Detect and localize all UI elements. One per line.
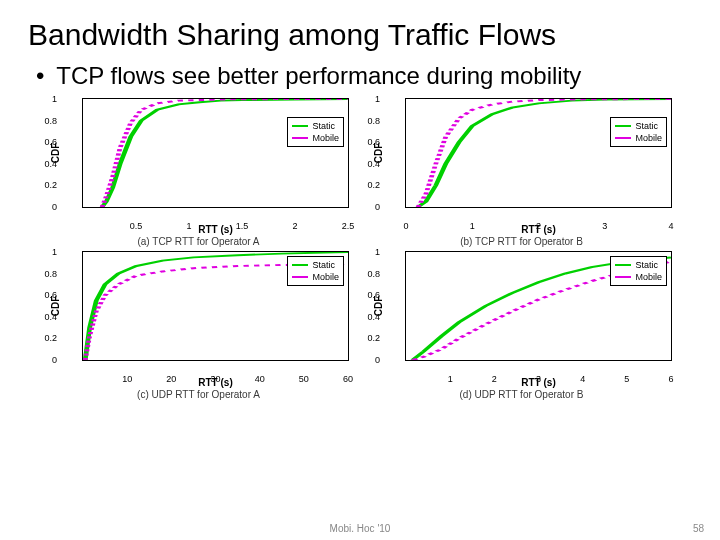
y-tick: 0 [356, 355, 380, 365]
x-tick: 4 [668, 221, 673, 231]
bullet-text: TCP flows see better performance during … [56, 62, 581, 89]
y-tick: 0 [356, 202, 380, 212]
chart-plot-a [83, 99, 348, 207]
x-tick: 60 [343, 374, 353, 384]
y-tick: 0.4 [356, 312, 380, 322]
y-tick: 0.6 [33, 290, 57, 300]
caption-a: (a) TCP RTT for Operator A [42, 236, 355, 247]
slide-title: Bandwidth Sharing among Traffic Flows [0, 0, 720, 62]
chart-panel-d: Static Mobile CDF RTT (s) 00.20.40.60.81… [365, 251, 678, 400]
caption-c: (c) UDP RTT for Operator A [42, 389, 355, 400]
caption-b: (b) TCP RTT for Operator B [365, 236, 678, 247]
chart-panel-a: Static Mobile CDF RTT (s) 00.20.40.60.81… [42, 98, 355, 247]
chart-panel-b: Static Mobile CDF RTT (s) 00.20.40.60.81… [365, 98, 678, 247]
y-tick: 0.2 [33, 180, 57, 190]
legend-static: Static [635, 259, 658, 271]
x-tick: 40 [255, 374, 265, 384]
legend-static: Static [312, 120, 335, 132]
y-tick: 0 [33, 355, 57, 365]
x-tick: 6 [668, 374, 673, 384]
legend-static: Static [635, 120, 658, 132]
x-tick: 4 [580, 374, 585, 384]
y-tick: 0.4 [33, 159, 57, 169]
y-tick: 1 [33, 247, 57, 257]
x-tick: 3 [536, 374, 541, 384]
legend-mobile: Mobile [312, 271, 339, 283]
legend-c: Static Mobile [287, 256, 344, 286]
legend-static: Static [312, 259, 335, 271]
footer-center: Mobi. Hoc '10 [330, 523, 391, 534]
y-tick: 0.8 [356, 269, 380, 279]
x-tick: 30 [210, 374, 220, 384]
page-number: 58 [693, 523, 704, 534]
legend-mobile: Mobile [635, 132, 662, 144]
y-tick: 0.6 [356, 137, 380, 147]
chart-plot-b [406, 99, 671, 207]
legend-mobile: Mobile [635, 271, 662, 283]
x-tick: 3 [602, 221, 607, 231]
charts-grid: Static Mobile CDF RTT (s) 00.20.40.60.81… [0, 98, 720, 400]
y-tick: 0.2 [356, 180, 380, 190]
legend-b: Static Mobile [610, 117, 667, 147]
y-tick: 0.4 [356, 159, 380, 169]
x-tick: 2 [292, 221, 297, 231]
y-tick: 0.4 [33, 312, 57, 322]
bullet-dot-icon: • [36, 62, 50, 90]
y-tick: 0.6 [33, 137, 57, 147]
x-tick: 1 [448, 374, 453, 384]
y-tick: 1 [356, 94, 380, 104]
y-tick: 0 [33, 202, 57, 212]
y-tick: 1 [33, 94, 57, 104]
x-tick: 1.5 [236, 221, 249, 231]
y-tick: 0.8 [33, 269, 57, 279]
y-tick: 0.8 [356, 116, 380, 126]
caption-d: (d) UDP RTT for Operator B [365, 389, 678, 400]
y-tick: 0.8 [33, 116, 57, 126]
x-tick: 50 [299, 374, 309, 384]
legend-mobile: Mobile [312, 132, 339, 144]
x-tick: 2 [492, 374, 497, 384]
x-tick: 10 [122, 374, 132, 384]
x-tick: 5 [624, 374, 629, 384]
x-tick: 0 [403, 221, 408, 231]
x-tick: 2 [536, 221, 541, 231]
bullet-item: • TCP flows see better performance durin… [0, 62, 720, 98]
y-tick: 0.6 [356, 290, 380, 300]
y-tick: 0.2 [356, 333, 380, 343]
xlabel-a: RTT (s) [198, 224, 232, 235]
y-tick: 1 [356, 247, 380, 257]
x-tick: 20 [166, 374, 176, 384]
chart-panel-c: Static Mobile CDF RTT (s) 00.20.40.60.81… [42, 251, 355, 400]
legend-d: Static Mobile [610, 256, 667, 286]
y-tick: 0.2 [33, 333, 57, 343]
x-tick: 1 [186, 221, 191, 231]
x-tick: 2.5 [342, 221, 355, 231]
x-tick: 1 [470, 221, 475, 231]
legend-a: Static Mobile [287, 117, 344, 147]
x-tick: 0.5 [130, 221, 143, 231]
